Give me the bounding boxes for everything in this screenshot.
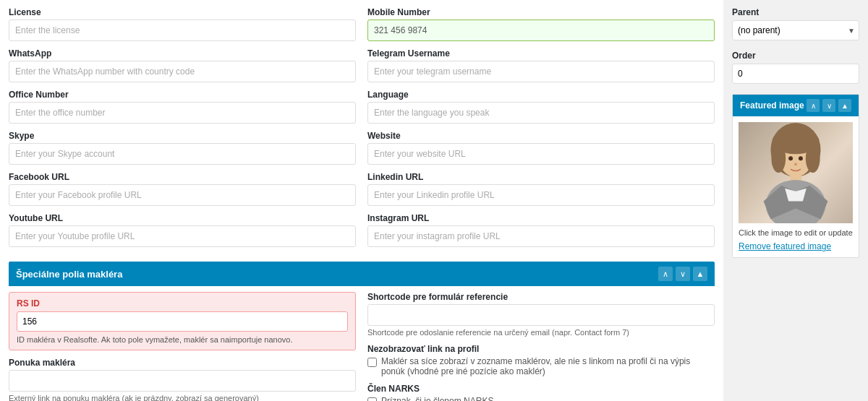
order-input[interactable] <box>732 64 859 84</box>
language-label: Language <box>367 90 715 100</box>
license-label: License <box>9 7 356 17</box>
nezobrazovat-group: Nezobrazovať link na profil Maklér sa sí… <box>367 344 715 376</box>
special-right-col: Shortcode pre formulár referencie Shortc… <box>367 292 715 401</box>
special-section-content: RS ID ID makléra v Realsofte. Ak toto po… <box>9 292 715 401</box>
ponuka-label: Ponuka makléra <box>9 358 356 368</box>
website-label: Website <box>367 131 715 141</box>
sidebar: Parent (no parent) ▼ Order Featured imag… <box>723 0 868 401</box>
rs-id-input[interactable] <box>17 311 348 332</box>
click-to-edit-text: Click the image to edit or update <box>739 228 853 238</box>
special-section-header: Špeciálne polia makléra ∧ ∨ ▲ <box>9 262 715 286</box>
featured-image-title: Featured image <box>740 100 804 111</box>
featured-image-header: Featured image ∧ ∨ ▲ <box>733 95 859 116</box>
featured-image-body: Click the image to edit or update Remove… <box>733 116 859 257</box>
clen-narks-checkbox[interactable] <box>367 397 377 401</box>
whatsapp-input[interactable] <box>9 61 356 82</box>
shortcode-input[interactable] <box>367 304 715 326</box>
nezobrazovat-checkbox-group: Maklér sa síce zobrazí v zozname makléro… <box>367 356 715 376</box>
linkedin-group: Linkedin URL <box>367 172 715 206</box>
rs-id-label: RS ID <box>17 298 348 309</box>
section-collapse-button[interactable]: ▲ <box>693 267 707 281</box>
order-section: Order <box>732 51 859 84</box>
office-number-input[interactable] <box>9 102 356 124</box>
youtube-input[interactable] <box>9 225 356 247</box>
nezobrazovat-label: Nezobrazovať link na profil <box>367 344 715 354</box>
license-group: License <box>9 7 356 41</box>
language-input[interactable] <box>367 102 715 124</box>
featured-image-down-button[interactable]: ∨ <box>822 99 835 112</box>
special-section-title: Špeciálne polia makléra <box>16 269 122 280</box>
youtube-label: Youtube URL <box>9 213 356 223</box>
mobile-number-group: Mobile Number <box>367 7 715 41</box>
parent-select[interactable]: (no parent) <box>732 20 859 40</box>
svg-point-11 <box>788 156 793 160</box>
skype-input[interactable] <box>9 143 356 165</box>
instagram-input[interactable] <box>367 225 715 247</box>
ponuka-hint: Externý link na ponuku makléra (ak je pr… <box>9 394 356 401</box>
clen-narks-hint: Príznak, či je členom NARKS <box>381 396 493 401</box>
skype-group: Skype <box>9 131 356 165</box>
facebook-label: Facebook URL <box>9 172 356 182</box>
whatsapp-label: WhatsApp <box>9 48 356 59</box>
clen-narks-label: Člen NARKS <box>367 384 715 394</box>
featured-image-up-button[interactable]: ∧ <box>807 99 820 112</box>
parent-label: Parent <box>732 7 859 17</box>
parent-section: Parent (no parent) ▼ <box>732 7 859 40</box>
ponuka-group: Ponuka makléra Externý link na ponuku ma… <box>9 358 356 401</box>
shortcode-label: Shortcode pre formulár referencie <box>367 292 715 302</box>
clen-narks-group: Člen NARKS Príznak, či je členom NARKS <box>367 384 715 401</box>
featured-image-controls: ∧ ∨ ▲ <box>807 99 851 112</box>
svg-point-13 <box>794 163 797 165</box>
featured-image-collapse-button[interactable]: ▲ <box>838 99 851 112</box>
section-down-button[interactable]: ∨ <box>676 267 690 281</box>
section-controls: ∧ ∨ ▲ <box>658 267 707 281</box>
svg-point-12 <box>799 156 803 160</box>
language-group: Language <box>367 90 715 124</box>
facebook-group: Facebook URL <box>9 172 356 206</box>
shortcode-hint: Shortcode pre odoslanie referencie na ur… <box>367 328 715 337</box>
linkedin-label: Linkedin URL <box>367 172 715 182</box>
office-number-group: Office Number <box>9 90 356 124</box>
rs-id-box: RS ID ID makléra v Realsofte. Ak toto po… <box>9 292 356 350</box>
license-input[interactable] <box>9 20 356 41</box>
svg-point-4 <box>771 145 786 173</box>
instagram-group: Instagram URL <box>367 213 715 247</box>
youtube-group: Youtube URL <box>9 213 356 247</box>
telegram-group: Telegram Username <box>367 48 715 82</box>
telegram-label: Telegram Username <box>367 48 715 59</box>
svg-point-5 <box>806 145 820 173</box>
parent-select-wrapper: (no parent) ▼ <box>732 20 859 40</box>
whatsapp-group: WhatsApp <box>9 48 356 82</box>
office-number-label: Office Number <box>9 90 356 100</box>
nezobrazovat-checkbox[interactable] <box>367 358 377 367</box>
order-label: Order <box>732 51 859 61</box>
featured-image-box: Featured image ∧ ∨ ▲ <box>732 94 859 258</box>
ponuka-input[interactable] <box>9 370 356 392</box>
remove-featured-image-link[interactable]: Remove featured image <box>739 241 831 251</box>
mobile-number-input[interactable] <box>367 20 715 41</box>
shortcode-group: Shortcode pre formulár referencie Shortc… <box>367 292 715 337</box>
facebook-input[interactable] <box>9 184 356 206</box>
featured-image-portrait[interactable] <box>739 122 853 223</box>
nezobrazovat-hint: Maklér sa síce zobrazí v zozname makléro… <box>381 356 715 376</box>
skype-label: Skype <box>9 131 356 141</box>
rs-id-hint: ID makléra v Realsofte. Ak toto pole vym… <box>17 335 348 344</box>
website-group: Website <box>367 131 715 165</box>
mobile-number-label: Mobile Number <box>367 7 715 17</box>
instagram-label: Instagram URL <box>367 213 715 223</box>
clen-narks-checkbox-group: Príznak, či je členom NARKS <box>367 396 715 401</box>
special-left-col: RS ID ID makléra v Realsofte. Ak toto po… <box>9 292 356 401</box>
website-input[interactable] <box>367 143 715 165</box>
telegram-input[interactable] <box>367 61 715 82</box>
linkedin-input[interactable] <box>367 184 715 206</box>
section-up-button[interactable]: ∧ <box>658 267 673 281</box>
